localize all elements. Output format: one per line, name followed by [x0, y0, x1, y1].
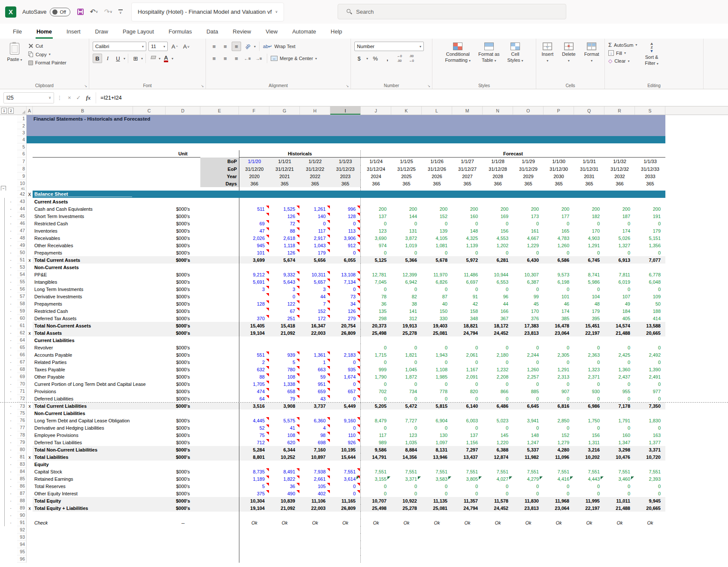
cell-p54[interactable]: 9,573: [544, 271, 574, 278]
cell-f55[interactable]: 5,691: [239, 278, 269, 285]
cell-k73[interactable]: 5,472: [391, 403, 422, 409]
unit-64[interactable]: [166, 337, 200, 344]
row-label-78[interactable]: Employee Provisions: [33, 431, 133, 439]
cell-n86[interactable]: 0: [483, 482, 513, 490]
cell-q48[interactable]: 4,903: [574, 234, 604, 242]
cell-r53[interactable]: [604, 264, 635, 271]
cell-n77[interactable]: 0: [483, 424, 513, 431]
cell-o76[interactable]: 3,941: [513, 417, 544, 424]
cell-i89[interactable]: 26,809: [330, 504, 361, 512]
unit-49[interactable]: $000's: [166, 242, 200, 249]
cell-c79[interactable]: [133, 439, 166, 446]
bottom-align-button[interactable]: ≡: [232, 42, 241, 51]
cell-q10[interactable]: 365: [574, 180, 604, 187]
cell-a96[interactable]: [27, 555, 33, 563]
cell-q49[interactable]: 1,291: [574, 242, 604, 249]
cell-e84[interactable]: [200, 468, 239, 475]
unit-60[interactable]: $000's: [166, 315, 200, 322]
cell-m65[interactable]: 0: [452, 344, 483, 351]
cell-l79[interactable]: 1,097: [422, 439, 452, 446]
row-header-6[interactable]: 6: [17, 150, 27, 158]
cell-l48[interactable]: 4,105: [422, 234, 452, 242]
cell-k80[interactable]: 8,884: [391, 446, 422, 453]
row-header-64[interactable]: 64: [17, 337, 27, 344]
number-dialog-launcher-icon[interactable]: ↘: [427, 84, 430, 88]
cell-r49[interactable]: 1,327: [604, 242, 635, 249]
cell-i61[interactable]: 20,754: [330, 322, 361, 329]
marker-49[interactable]: [27, 242, 33, 249]
cell-p50[interactable]: 0: [544, 249, 574, 256]
unit-83[interactable]: [166, 461, 200, 468]
cell-f83[interactable]: [239, 461, 269, 468]
cell-c84[interactable]: [133, 468, 166, 475]
section-header-band[interactable]: Balance Sheet: [33, 191, 665, 198]
cell-j87[interactable]: 0: [361, 490, 391, 497]
cell-k48[interactable]: 3,872: [391, 234, 422, 242]
cell-e79[interactable]: [200, 439, 239, 446]
cell-e71[interactable]: [200, 388, 239, 395]
italic-button[interactable]: I: [103, 54, 112, 63]
cell-g77[interactable]: 41: [269, 424, 300, 431]
cell-f84[interactable]: 8,735: [239, 468, 269, 475]
marker-54[interactable]: [27, 271, 33, 278]
cell-m59[interactable]: 158: [452, 307, 483, 315]
undo-menu-chevron[interactable]: ∨: [96, 10, 98, 14]
row-header-88[interactable]: 88: [17, 497, 27, 504]
cell-h79[interactable]: 698: [300, 439, 330, 446]
cell-r59[interactable]: 184: [604, 307, 635, 315]
cell-a7[interactable]: [27, 158, 33, 165]
unit-70[interactable]: $000's: [166, 380, 200, 388]
cell-h70[interactable]: 951: [300, 380, 330, 388]
cell-p58[interactable]: 46: [544, 300, 574, 307]
cell-i10[interactable]: 365: [330, 180, 361, 187]
cell-f58[interactable]: 128: [239, 300, 269, 307]
tab-page-layout[interactable]: Page Layout: [122, 28, 155, 39]
marker-61[interactable]: [27, 322, 33, 329]
unit-73[interactable]: $000's: [166, 403, 200, 409]
cell-f76[interactable]: 4,445: [239, 417, 269, 424]
cell-p65[interactable]: 0: [544, 344, 574, 351]
cell-k81[interactable]: 14,356: [391, 453, 422, 461]
cell-f70[interactable]: 1,705: [239, 380, 269, 388]
cell-n10[interactable]: 366: [483, 180, 513, 187]
row-header-92[interactable]: 92: [17, 526, 27, 534]
row-header-79[interactable]: 79: [17, 439, 27, 446]
cell-c66[interactable]: [133, 351, 166, 358]
cell-f92[interactable]: [239, 526, 361, 534]
row-header-53[interactable]: 53: [17, 264, 27, 271]
cell-j81[interactable]: 14,791: [361, 453, 391, 461]
cell-p53[interactable]: [544, 264, 574, 271]
cell-o75[interactable]: [513, 409, 544, 417]
cell-i64[interactable]: [330, 337, 361, 344]
row-label-68[interactable]: Taxes Payable: [33, 366, 133, 373]
row-header-41[interactable]: 41: [17, 187, 27, 191]
cell-l65[interactable]: 0: [422, 344, 452, 351]
row-header-46[interactable]: 46: [17, 220, 27, 227]
cell-j61[interactable]: 20,373: [361, 322, 391, 329]
cell-l9[interactable]: 2026: [422, 173, 452, 180]
cell-q60[interactable]: 395: [574, 315, 604, 322]
cell-h57[interactable]: 44: [300, 293, 330, 300]
cell-e83[interactable]: [200, 461, 239, 468]
cell-q86[interactable]: 0: [574, 482, 604, 490]
row-label-85[interactable]: Retained Earnings: [33, 475, 133, 482]
cell-c72[interactable]: [133, 395, 166, 402]
cell-m66[interactable]: 2,061: [452, 351, 483, 358]
cell-j90[interactable]: [361, 512, 391, 519]
cell-f96[interactable]: [239, 555, 361, 563]
marker-77[interactable]: [27, 424, 33, 431]
cell-n62[interactable]: 24,452: [483, 329, 513, 337]
row-header-62[interactable]: 62: [17, 329, 27, 337]
cell-l87[interactable]: 0: [422, 490, 452, 497]
cell-o57[interactable]: 99: [513, 293, 544, 300]
cell-l81[interactable]: 13,946: [422, 453, 452, 461]
cell-h56[interactable]: 3: [300, 285, 330, 293]
row-label-62[interactable]: Total Assets: [33, 329, 133, 337]
cell-h49[interactable]: 1,043: [300, 242, 330, 249]
cell-n70[interactable]: 0: [483, 380, 513, 388]
cell-q65[interactable]: 0: [574, 344, 604, 351]
autosum-button[interactable]: ΣAutoSum ▾: [608, 42, 637, 48]
cell-b8[interactable]: [33, 165, 133, 173]
cell-o79[interactable]: 1,247: [513, 439, 544, 446]
cell-j75[interactable]: [361, 409, 391, 417]
